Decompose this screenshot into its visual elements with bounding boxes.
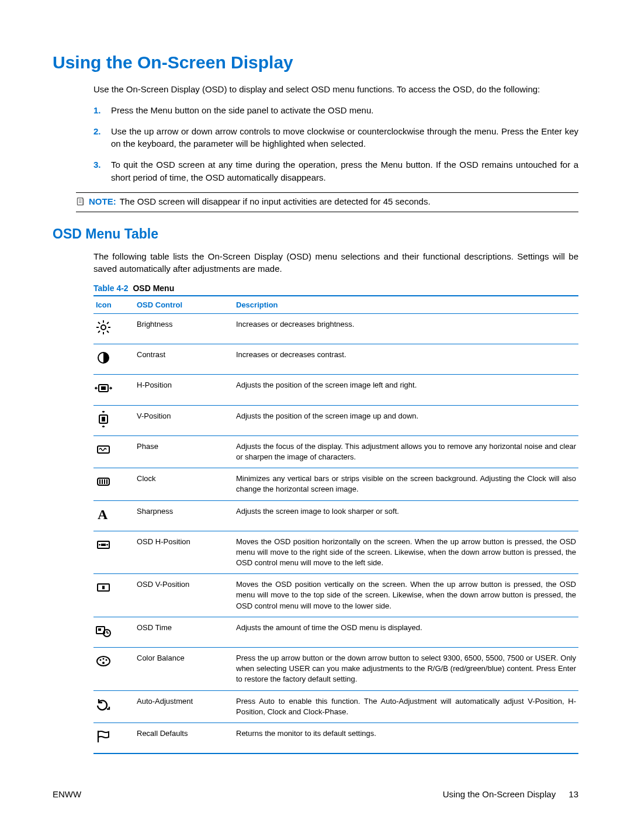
th-control: OSD Control (134, 296, 234, 314)
clock-icon (95, 473, 112, 490)
control-cell: OSD H-Position (134, 531, 234, 574)
note-icon (76, 197, 89, 208)
description-cell: Press the up arrow button or the down ar… (234, 648, 578, 691)
description-cell: Adjusts the screen image to look sharper… (234, 500, 578, 531)
page-title: Using the On-Screen Display (53, 53, 578, 72)
icon-cell (93, 435, 134, 468)
description-cell: Moves the OSD position horizontally on t… (234, 531, 578, 574)
table-row: ClockMinimizes any vertical bars or stri… (93, 468, 578, 500)
description-cell: Moves the OSD position vertically on the… (234, 574, 578, 617)
icon-cell (93, 468, 134, 500)
icon-cell (93, 314, 134, 344)
contrast-icon (95, 350, 112, 366)
table-row: V-PositionAdjusts the position of the sc… (93, 405, 578, 435)
control-cell: Recall Defaults (134, 723, 234, 753)
sharpness-icon (95, 506, 112, 523)
step-number: 1. (93, 104, 111, 117)
th-description: Description (234, 296, 578, 314)
control-cell: Phase (134, 435, 234, 468)
step-text: Use the up arrow or down arrow controls … (111, 125, 578, 151)
icon-cell (93, 344, 134, 375)
control-cell: V-Position (134, 405, 234, 435)
icon-cell (93, 405, 134, 435)
footer-left: ENWW (53, 789, 81, 799)
footer-right-text: Using the On-Screen Display (443, 789, 556, 799)
v-position-icon (95, 411, 112, 427)
table-row: ContrastIncreases or decreases contrast. (93, 344, 578, 375)
control-cell: Auto-Adjustment (134, 690, 234, 723)
control-cell: Contrast (134, 344, 234, 375)
icon-cell (93, 723, 134, 753)
table-row: PhaseAdjusts the focus of the display. T… (93, 435, 578, 468)
note-text: The OSD screen will disappear if no inpu… (120, 196, 431, 206)
step-number: 2. (93, 125, 111, 151)
control-cell: Color Balance (134, 648, 234, 691)
note-label: NOTE: (89, 196, 116, 206)
svg-rect-0 (77, 198, 83, 205)
table-caption: Table 4-2 OSD Menu (93, 284, 578, 293)
intro-paragraph: Use the On-Screen Display (OSD) to displ… (93, 83, 578, 96)
control-cell: Sharpness (134, 500, 234, 531)
table-row: Recall DefaultsReturns the monitor to it… (93, 723, 578, 753)
step-item: 3.To quit the OSD screen at any time dur… (93, 158, 578, 184)
icon-cell (93, 690, 134, 723)
h-position-icon (95, 380, 112, 396)
description-cell: Press Auto to enable this function. The … (234, 690, 578, 723)
table-row: Color BalancePress the up arrow button o… (93, 648, 578, 691)
page-footer: ENWW Using the On-Screen Display 13 (53, 789, 578, 799)
table-row: OSD TimeAdjusts the amount of time the O… (93, 617, 578, 647)
phase-icon (95, 441, 112, 458)
table-row: Auto-AdjustmentPress Auto to enable this… (93, 690, 578, 723)
description-cell: Returns the monitor to its default setti… (234, 723, 578, 753)
steps-list: 1.Press the Menu button on the side pane… (93, 104, 578, 184)
description-cell: Adjusts the amount of time the OSD menu … (234, 617, 578, 647)
icon-cell (93, 375, 134, 405)
step-item: 2.Use the up arrow or down arrow control… (93, 125, 578, 151)
table-caption-name: OSD Menu (131, 284, 175, 293)
step-text: To quit the OSD screen at any time durin… (111, 158, 578, 184)
table-row: BrightnessIncreases or decreases brightn… (93, 314, 578, 344)
description-cell: Adjusts the position of the screen image… (234, 375, 578, 405)
table-row: OSD V-PositionMoves the OSD position ver… (93, 574, 578, 617)
control-cell: H-Position (134, 375, 234, 405)
description-cell: Increases or decreases contrast. (234, 344, 578, 375)
table-intro: The following table lists the On-Screen … (93, 250, 578, 276)
osd-menu-table: Icon OSD Control Description BrightnessI… (93, 295, 578, 754)
description-cell: Increases or decreases brightness. (234, 314, 578, 344)
color-balance-icon (95, 653, 112, 669)
control-cell: Clock (134, 468, 234, 500)
step-number: 3. (93, 158, 111, 184)
table-caption-prefix: Table 4-2 (93, 284, 129, 293)
icon-cell (93, 648, 134, 691)
description-cell: Minimizes any vertical bars or strips vi… (234, 468, 578, 500)
step-text: Press the Menu button on the side panel … (111, 104, 578, 117)
step-item: 1.Press the Menu button on the side pane… (93, 104, 578, 117)
osd-h-position-icon (95, 537, 112, 553)
icon-cell (93, 617, 134, 647)
description-cell: Adjusts the position of the screen image… (234, 405, 578, 435)
icon-cell (93, 531, 134, 574)
control-cell: OSD V-Position (134, 574, 234, 617)
recall-defaults-icon (95, 728, 112, 745)
th-icon: Icon (93, 296, 134, 314)
icon-cell (93, 500, 134, 531)
auto-adjustment-icon (95, 696, 112, 713)
control-cell: OSD Time (134, 617, 234, 647)
osd-v-position-icon (95, 579, 112, 596)
table-row: H-PositionAdjusts the position of the sc… (93, 375, 578, 405)
note-block: NOTE:The OSD screen will disappear if no… (76, 192, 578, 212)
control-cell: Brightness (134, 314, 234, 344)
brightness-icon (95, 319, 112, 336)
description-cell: Adjusts the focus of the display. This a… (234, 435, 578, 468)
table-row: SharpnessAdjusts the screen image to loo… (93, 500, 578, 531)
section-heading: OSD Menu Table (53, 226, 578, 242)
page-number: 13 (568, 789, 578, 799)
table-row: OSD H-PositionMoves the OSD position hor… (93, 531, 578, 574)
osd-time-icon (95, 623, 112, 639)
icon-cell (93, 574, 134, 617)
